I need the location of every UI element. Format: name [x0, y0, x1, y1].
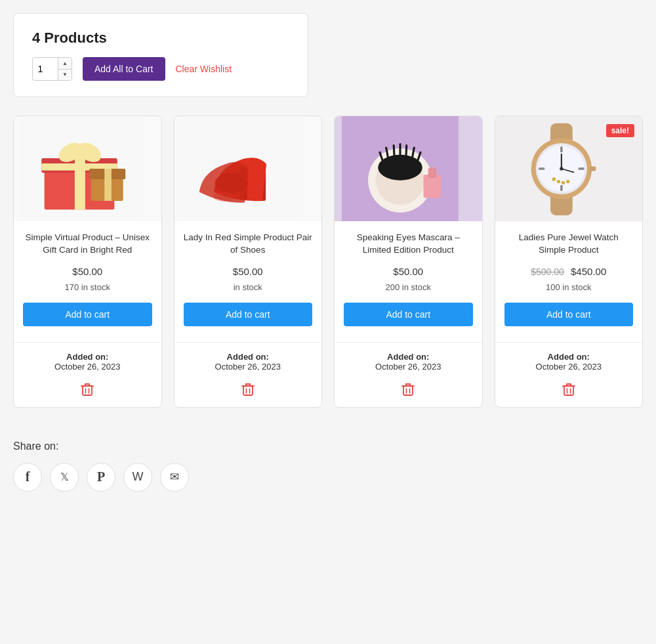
product-name: Ladies Pure Jewel Watch Simple Product [504, 232, 634, 257]
share-email-button[interactable]: ✉ [160, 463, 189, 492]
delete-button[interactable] [399, 379, 417, 399]
whatsapp-icon: W [133, 470, 144, 484]
email-icon: ✉ [170, 470, 179, 484]
share-section: Share on: f𝕏PW✉ [13, 434, 643, 505]
svg-rect-57 [560, 185, 563, 191]
products-grid: Simple Virtual Product – Unisex Gift Car… [13, 116, 643, 408]
svg-rect-23 [243, 386, 253, 395]
qty-up-button[interactable]: ▲ [58, 58, 72, 70]
delete-button[interactable] [239, 379, 257, 399]
svg-rect-43 [403, 386, 413, 395]
product-image [174, 116, 322, 221]
svg-point-33 [378, 155, 422, 181]
svg-point-62 [560, 167, 563, 170]
svg-rect-68 [564, 386, 573, 395]
product-body: Ladies Pure Jewel Watch Simple Product $… [495, 221, 643, 342]
original-price: $500.00 [531, 267, 564, 277]
add-to-cart-button[interactable]: Add to cart [184, 303, 313, 326]
qty-down-button[interactable]: ▼ [58, 70, 72, 81]
product-name: Lady In Red Simple Product Pair of Shoes [184, 232, 313, 257]
share-twitter-button[interactable]: 𝕏 [50, 463, 79, 492]
svg-point-63 [552, 177, 555, 181]
share-label: Share on: [13, 440, 643, 452]
header-bar: 4 Products ▲ ▼ Add All to Cart Clear Wis… [13, 13, 308, 97]
delete-button[interactable] [78, 379, 96, 399]
svg-point-65 [561, 181, 564, 184]
product-name: Simple Virtual Product – Unisex Gift Car… [23, 232, 152, 257]
svg-rect-58 [539, 167, 544, 170]
added-on-label: Added on: [184, 352, 313, 362]
svg-rect-11 [83, 386, 92, 395]
product-stock: 100 in stock [546, 282, 591, 292]
product-card-4: sale! Ladies Pure Jewel Watch Simple Pro… [495, 116, 644, 408]
added-on-date: October 26, 2023 [23, 362, 152, 372]
sale-badge: sale! [606, 124, 634, 137]
add-to-cart-button[interactable]: Add to cart [344, 303, 473, 326]
clear-wishlist-link[interactable]: Clear Wishlist [176, 64, 232, 74]
quantity-input-wrap: ▲ ▼ [32, 57, 72, 81]
quantity-input[interactable] [33, 61, 58, 77]
product-footer: Added on: October 26, 2023 [335, 342, 482, 407]
share-pinterest-button[interactable]: P [87, 463, 115, 492]
trash-icon [81, 382, 94, 397]
product-stock: 200 in stock [386, 282, 431, 292]
svg-rect-41 [424, 175, 441, 198]
product-footer: Added on: October 26, 2023 [14, 342, 161, 407]
product-image [335, 116, 482, 221]
product-card-1: Simple Virtual Product – Unisex Gift Car… [13, 116, 162, 408]
product-name: Speaking Eyes Mascara – Limited Edition … [344, 232, 473, 257]
qty-arrows: ▲ ▼ [58, 58, 72, 80]
product-price: $50.00 [233, 266, 263, 277]
added-on-label: Added on: [344, 352, 473, 362]
share-facebook-button[interactable]: f [13, 463, 42, 492]
added-on-date: October 26, 2023 [184, 362, 313, 372]
delete-button[interactable] [560, 379, 578, 399]
svg-rect-67 [590, 166, 596, 171]
add-to-cart-button[interactable]: Add to cart [504, 303, 634, 326]
product-card-3: Speaking Eyes Mascara – Limited Edition … [334, 116, 483, 408]
pinterest-icon: P [97, 469, 105, 484]
product-price: $50.00 [72, 266, 102, 277]
add-all-to-cart-button[interactable]: Add All to Cart [83, 57, 165, 81]
svg-rect-56 [560, 146, 563, 152]
product-image: sale! [495, 116, 643, 221]
added-on-date: October 26, 2023 [344, 362, 473, 372]
svg-rect-10 [104, 169, 112, 201]
add-to-cart-button[interactable]: Add to cart [23, 303, 152, 326]
trash-icon [562, 382, 575, 397]
sale-price: $450.00 [571, 266, 606, 277]
trash-icon [401, 382, 415, 397]
svg-point-66 [566, 180, 569, 183]
product-card-2: Lady In Red Simple Product Pair of Shoes… [174, 116, 323, 408]
share-icons: f𝕏PW✉ [13, 463, 643, 492]
product-stock: 170 in stock [65, 282, 110, 292]
svg-point-64 [556, 180, 560, 183]
products-count: 4 Products [32, 30, 289, 47]
product-footer: Added on: October 26, 2023 [174, 342, 322, 407]
product-price: $50.00 [393, 266, 423, 277]
svg-line-36 [394, 145, 394, 158]
twitter-icon: 𝕏 [60, 471, 69, 483]
svg-line-38 [406, 145, 407, 158]
product-body: Simple Virtual Product – Unisex Gift Car… [14, 221, 161, 342]
product-stock: in stock [234, 282, 262, 292]
svg-rect-59 [578, 167, 584, 170]
added-on-date: October 26, 2023 [504, 362, 634, 372]
product-body: Lady In Red Simple Product Pair of Shoes… [174, 221, 322, 342]
product-image [14, 116, 161, 221]
trash-icon [241, 382, 255, 397]
added-on-label: Added on: [504, 352, 634, 362]
product-footer: Added on: October 26, 2023 [495, 342, 643, 407]
facebook-icon: f [26, 469, 30, 484]
added-on-label: Added on: [23, 352, 152, 362]
product-body: Speaking Eyes Mascara – Limited Edition … [335, 221, 482, 342]
svg-rect-42 [428, 167, 436, 178]
svg-point-7 [75, 150, 85, 161]
share-whatsapp-button[interactable]: W [123, 463, 152, 492]
product-price: $500.00 $450.00 [531, 266, 606, 277]
